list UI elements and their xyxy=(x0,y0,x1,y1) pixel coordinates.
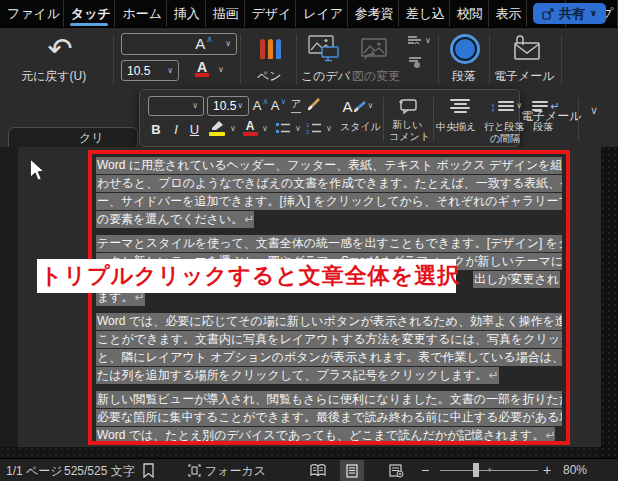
align-bar xyxy=(450,99,470,101)
chevron-down-icon: ∨ xyxy=(425,37,431,45)
numbering-dropdown[interactable]: ∨ xyxy=(324,122,334,136)
font-color-dropdown[interactable]: ∨ xyxy=(215,62,227,78)
mini-shrink-font-button[interactable]: A∨ xyxy=(270,96,287,114)
italic-label: I xyxy=(174,122,178,137)
text-line: Word では、必要に応じてその場に新しいボタンが表示されるため、効率よく操作を… xyxy=(96,313,562,331)
read-mode-button[interactable] xyxy=(306,460,330,481)
bullets-dropdown[interactable]: ∨ xyxy=(293,122,303,136)
chevron-up-icon: ∧ xyxy=(206,34,213,44)
font-size-value: 10.5 xyxy=(127,64,150,78)
email-button[interactable] xyxy=(499,31,551,67)
new-comment-button[interactable] xyxy=(388,94,428,116)
change-picture-icon xyxy=(359,36,391,62)
document-page[interactable]: Word に用意されているヘッダー、フッター、表紙、テキスト ボックス デザイン… xyxy=(18,147,601,447)
text-effects-button[interactable]: ∨ xyxy=(404,32,434,49)
highlight-button[interactable] xyxy=(206,117,228,139)
tab-insert[interactable]: 挿入 xyxy=(167,0,206,27)
styles-button[interactable]: A ∨ xyxy=(338,94,378,118)
web-layout-button[interactable] xyxy=(384,460,408,481)
mini-font-size-combo[interactable]: 10.5 ∨ xyxy=(207,96,249,116)
share-button[interactable]: 共有 ∨ xyxy=(533,3,606,24)
paragraph-mark: ↵ xyxy=(545,427,555,444)
paragraph-button[interactable] xyxy=(447,32,483,66)
document-text[interactable]: Word に用意されているヘッダー、フッター、表紙、テキスト ボックス デザイン… xyxy=(92,154,566,445)
focus-icon xyxy=(188,464,201,477)
numbering-button[interactable]: 12 xyxy=(304,118,324,138)
style-brush-icon xyxy=(354,100,366,112)
tab-label: 描画 xyxy=(213,5,239,23)
focus-mode-label[interactable]: フォーカス xyxy=(205,463,266,480)
center-align-label: 中央揃え xyxy=(436,120,476,134)
tab-file[interactable]: ファイル xyxy=(0,0,64,27)
tab-touch[interactable]: タッチ xyxy=(64,0,116,27)
chevron-down-icon: ∨ xyxy=(280,97,286,106)
font-color-icon: A xyxy=(197,61,207,73)
center-align-button[interactable] xyxy=(440,96,480,116)
styles-icon: A xyxy=(343,98,353,115)
mini-font-color-button[interactable]: A xyxy=(240,117,260,139)
effects-lines-icon xyxy=(407,35,422,47)
tab-layout[interactable]: レイア xyxy=(296,0,348,27)
font-color-button[interactable]: A xyxy=(192,59,212,79)
font-size-combo[interactable]: 10.5 ∨ xyxy=(121,60,179,81)
page-indicator[interactable]: 1/1 ページ xyxy=(6,463,63,480)
picture-icon xyxy=(308,35,342,63)
text-line: ー、サイドバーを追加できます。[挿入] をクリックしてから、それぞれのギャラリー… xyxy=(96,193,562,211)
undo-button[interactable]: ↶ xyxy=(38,31,82,67)
italic-button[interactable]: I xyxy=(169,119,183,139)
share-icon xyxy=(542,8,554,20)
underline-button[interactable]: U xyxy=(187,119,202,139)
grow-font-icon: A xyxy=(253,98,262,113)
shading-button[interactable] xyxy=(404,54,428,71)
font-color-swatch xyxy=(195,73,209,77)
zoom-in-button[interactable]: + xyxy=(543,462,551,478)
line-spacing-button[interactable]: ↕ ∨ xyxy=(484,95,528,117)
paragraph-mark: ↵ xyxy=(244,211,254,228)
zoom-level[interactable]: 80% xyxy=(563,463,587,477)
text-line: Word に用意されているヘッダー、フッター、表紙、テキスト ボックス デザイン… xyxy=(96,157,562,175)
text-line: 必要な箇所に集中することができます。最後まで読み終わる前に中止する必要がある場合… xyxy=(96,409,562,427)
ribbon-collapse-button[interactable]: ∨ xyxy=(585,101,603,119)
bullets-button[interactable] xyxy=(273,118,293,138)
print-layout-button[interactable] xyxy=(340,460,364,481)
chevron-down-icon: ∨ xyxy=(192,102,198,110)
word-window: ファイル タッチ ホーム 挿入 描画 デザイ レイア 参考資 差し込 校閲 表示… xyxy=(0,0,618,481)
zoom-out-button[interactable]: − xyxy=(421,462,429,478)
paragraph-lines-icon xyxy=(532,101,548,111)
tab-view[interactable]: 表示 xyxy=(489,0,528,27)
pictures-this-device-button[interactable] xyxy=(303,32,347,66)
zoom-slider-thumb[interactable] xyxy=(473,463,479,477)
zoom-center-tick: + xyxy=(487,467,494,474)
mini-char-format-button[interactable]: ア xyxy=(288,96,304,114)
tab-review[interactable]: 校閲 xyxy=(450,0,489,27)
paragraph-label: 段落 xyxy=(452,68,476,85)
tab-draw[interactable]: 描画 xyxy=(206,0,245,27)
proofing-status-button[interactable] xyxy=(136,460,160,481)
tab-references[interactable]: 参考資 xyxy=(348,0,399,27)
tab-label: 参考資 xyxy=(355,5,394,23)
tab-label: 差し込 xyxy=(406,5,445,23)
grow-font-button[interactable]: A∧ xyxy=(192,33,216,53)
paragraph-ring-icon xyxy=(453,37,477,61)
focus-mode-button[interactable] xyxy=(186,460,202,481)
share-label: 共有 xyxy=(559,5,585,23)
bold-button[interactable]: B xyxy=(148,119,164,139)
proofing-icon xyxy=(142,463,155,478)
undo-label: 元に戻す(U) xyxy=(21,68,86,85)
mini-format-painter-button[interactable] xyxy=(305,95,323,113)
tab-mailings[interactable]: 差し込 xyxy=(399,0,450,27)
pens-button[interactable] xyxy=(249,33,291,65)
font-name-combo[interactable]: ∨ xyxy=(121,33,237,55)
tab-design[interactable]: デザイ xyxy=(245,0,297,27)
mini-paragraph-button[interactable]: ↵ xyxy=(530,95,562,117)
mini-font-color-dropdown[interactable]: ∨ xyxy=(260,122,270,136)
change-picture-button[interactable] xyxy=(354,32,396,66)
word-count[interactable]: 525/525 文字 xyxy=(64,463,135,480)
tab-home[interactable]: ホーム xyxy=(115,0,166,27)
mini-font-name-combo[interactable]: ∨ xyxy=(148,96,204,116)
mini-grow-font-button[interactable]: A∧ xyxy=(252,96,269,114)
highlight-dropdown[interactable]: ∨ xyxy=(228,122,238,136)
chevron-down-icon: ∨ xyxy=(237,102,243,110)
bullet-list-icon xyxy=(275,121,291,135)
paragraph-mark: ↵ xyxy=(488,367,498,384)
